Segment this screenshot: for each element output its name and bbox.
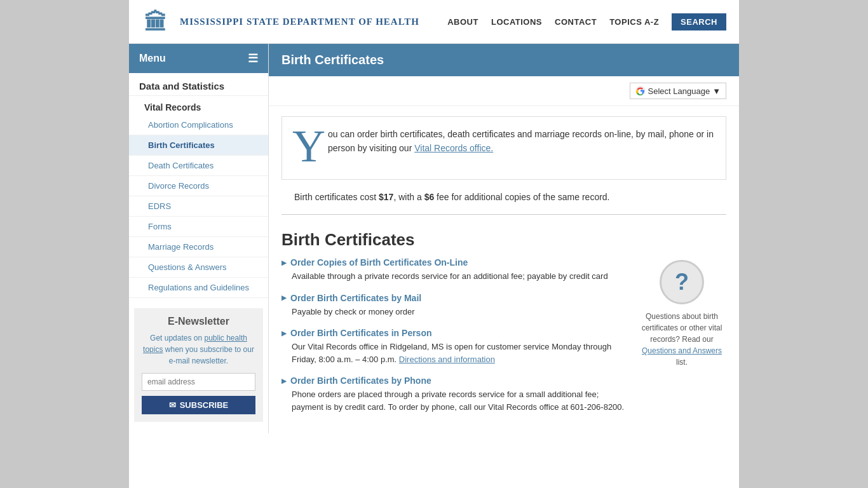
sidebar-item[interactable]: Birth Certificates xyxy=(129,135,268,156)
sidebar-item[interactable]: Marriage Records xyxy=(129,237,268,257)
nav-contact[interactable]: CONTACT xyxy=(555,17,597,27)
cert-item-title[interactable]: Order Birth Certificates in Person xyxy=(281,328,627,338)
nav-locations[interactable]: LOCATIONS xyxy=(491,17,542,27)
question-mark-icon: ? xyxy=(660,260,704,304)
cert-item-desc: Payable by check or money order xyxy=(292,306,627,318)
cost-amount: $17 xyxy=(379,192,393,202)
main-layout: Menu ☰ Data and Statistics Vital Records… xyxy=(129,44,739,433)
cost-after: fee for additional copies of the same re… xyxy=(434,192,609,202)
cert-items: Order Copies of Birth Certificates On-Li… xyxy=(281,257,627,423)
section-title: Birth Certificates xyxy=(269,225,739,257)
enewsletter-desc: Get updates on public health topics when… xyxy=(142,332,255,367)
site-title: Mississippi State Department of Health xyxy=(180,17,419,27)
drop-cap: Y xyxy=(292,123,325,169)
sidebar-item[interactable]: Abortion Complications xyxy=(129,115,268,135)
help-box: ? Questions about birth certificates or … xyxy=(637,257,726,368)
public-health-link[interactable]: public health topics xyxy=(143,334,247,354)
help-text-before: Questions about birth certificates or ot… xyxy=(642,312,722,344)
sidebar-menu-bar[interactable]: Menu ☰ xyxy=(129,44,268,73)
sidebar-sub-title[interactable]: Vital Records xyxy=(129,96,268,115)
sidebar: Menu ☰ Data and Statistics Vital Records… xyxy=(129,44,269,433)
email-input[interactable] xyxy=(142,373,255,391)
hamburger-icon: ☰ xyxy=(248,51,258,65)
sidebar-item[interactable]: Divorce Records xyxy=(129,176,268,196)
cert-item-link[interactable]: Directions and information xyxy=(399,355,495,364)
subscribe-button[interactable]: ✉ SUBSCRIBE xyxy=(142,396,255,414)
cost-extra: $6 xyxy=(424,192,435,202)
cert-item: Order Birth Certificates by MailPayable … xyxy=(281,293,627,318)
cert-item-desc: Phone orders are placed through a privat… xyxy=(292,388,627,413)
vital-records-link[interactable]: Vital Records office. xyxy=(414,143,493,153)
svg-text:🏛: 🏛 xyxy=(144,10,167,36)
site-header: 🏛 Mississippi State Department of Health… xyxy=(129,0,739,44)
logo-icon: 🏛 xyxy=(142,6,172,37)
intro-text-before: ou can order birth certificates, death c… xyxy=(328,129,714,153)
intro-text: You can order birth certificates, death … xyxy=(292,127,715,156)
cost-middle: , with a xyxy=(393,192,424,202)
cert-section: Order Copies of Birth Certificates On-Li… xyxy=(269,257,739,433)
envelope-icon: ✉ xyxy=(169,400,176,410)
sidebar-section-title[interactable]: Data and Statistics xyxy=(129,73,268,96)
cert-item: Order Birth Certificates in PersonOur Vi… xyxy=(281,328,627,365)
questions-answers-link[interactable]: Questions and Answers xyxy=(642,346,722,355)
cert-item-desc: Available through a private records serv… xyxy=(292,270,627,283)
cert-item-title[interactable]: Order Copies of Birth Certificates On-Li… xyxy=(281,257,627,268)
nav-links: ABOUT LOCATIONS CONTACT TOPICS A-Z SEARC… xyxy=(447,13,726,30)
sidebar-item[interactable]: Questions & Answers xyxy=(129,257,268,278)
language-label: Select Language xyxy=(648,86,710,96)
nav-about[interactable]: ABOUT xyxy=(447,17,478,27)
menu-label: Menu xyxy=(139,53,166,64)
enewsletter-title: E-Newsletter xyxy=(142,316,255,327)
sidebar-item[interactable]: Death Certificates xyxy=(129,156,268,176)
language-selector[interactable]: Select Language ▼ xyxy=(630,83,726,99)
content-area: Birth Certificates Select Language ▼ xyxy=(269,44,739,433)
intro-box: You can order birth certificates, death … xyxy=(281,116,726,180)
nav-topics[interactable]: TOPICS A-Z xyxy=(609,17,659,27)
cert-item-title[interactable]: Order Birth Certificates by Phone xyxy=(281,376,627,386)
help-text: Questions about birth certificates or ot… xyxy=(637,311,726,368)
cert-item: Order Birth Certificates by PhonePhone o… xyxy=(281,376,627,413)
sidebar-item[interactable]: Forms xyxy=(129,217,268,237)
cert-item-desc: Our Vital Records office in Ridgeland, M… xyxy=(292,341,627,365)
subscribe-label: SUBSCRIBE xyxy=(180,400,229,410)
cost-text: Birth certificates cost $17, with a $6 f… xyxy=(281,190,726,215)
sidebar-item[interactable]: EDRS xyxy=(129,196,268,217)
enewsletter-box: E-Newsletter Get updates on public healt… xyxy=(134,308,263,422)
google-logo-icon xyxy=(635,86,646,96)
help-text-after: list. xyxy=(676,358,688,367)
content-header: Birth Certificates xyxy=(269,44,739,76)
intro-content: You can order birth certificates, death … xyxy=(292,127,715,169)
logo-area: 🏛 Mississippi State Department of Health xyxy=(142,6,419,37)
cost-text-before: Birth certificates cost xyxy=(294,192,379,202)
sidebar-item[interactable]: Regulations and Guidelines xyxy=(129,278,268,298)
language-dropdown-icon: ▼ xyxy=(712,86,721,96)
cert-item: Order Copies of Birth Certificates On-Li… xyxy=(281,257,627,283)
search-button[interactable]: SEARCH xyxy=(672,13,726,30)
cert-item-title[interactable]: Order Birth Certificates by Mail xyxy=(281,293,627,303)
sidebar-items: Abortion ComplicationsBirth Certificates… xyxy=(129,115,268,298)
language-bar: Select Language ▼ xyxy=(269,76,739,106)
